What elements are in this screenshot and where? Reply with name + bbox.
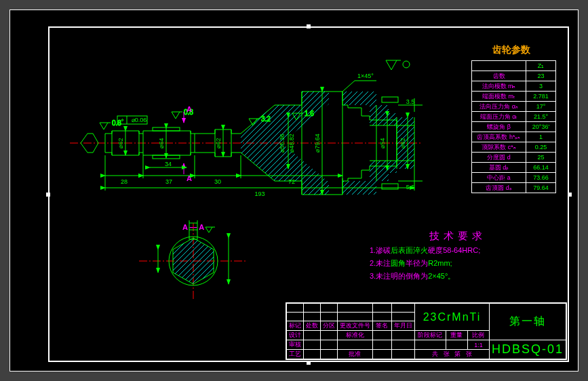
shaft-drawing: 0.8 0.8 3.2 1.6 A A 1×45° 193 <box>10 10 579 372</box>
svg-line-33 <box>342 81 355 92</box>
svg-text:⌀64: ⌀64 <box>158 138 165 148</box>
svg-text:37: 37 <box>165 178 172 185</box>
svg-text:⌀0.06: ⌀0.06 <box>132 117 147 123</box>
svg-marker-14 <box>342 143 414 195</box>
svg-text:⌀79.64: ⌀79.64 <box>314 134 321 153</box>
svg-rect-23 <box>382 184 398 189</box>
drawing-canvas: 齿轮参数 Z₁ 齿数23 法向模数 mₙ3 端面模数 mₜ2.781 法向压力角… <box>9 9 579 372</box>
svg-text:193: 193 <box>254 190 264 197</box>
svg-text:72: 72 <box>288 178 295 185</box>
svg-rect-22 <box>382 97 398 102</box>
gdt-frame: ⌖ ⌀0.06 <box>117 116 147 124</box>
svg-text:3.2: 3.2 <box>261 115 271 123</box>
svg-marker-83 <box>173 238 214 284</box>
svg-text:1.6: 1.6 <box>305 110 314 117</box>
svg-text:⌖: ⌖ <box>121 117 124 123</box>
svg-text:⌀55.36: ⌀55.36 <box>279 134 286 153</box>
svg-text:⌀62: ⌀62 <box>399 138 406 148</box>
svg-text:34: 34 <box>165 161 172 167</box>
svg-text:5.5: 5.5 <box>406 184 415 190</box>
svg-point-28 <box>403 61 410 68</box>
svg-text:A: A <box>187 105 192 113</box>
svg-text:⌀62: ⌀62 <box>215 138 222 148</box>
svg-text:⌀62: ⌀62 <box>117 138 124 148</box>
svg-text:⌀54: ⌀54 <box>379 138 386 148</box>
svg-text:3.5: 3.5 <box>406 98 415 105</box>
svg-text:⌀48.82: ⌀48.82 <box>288 134 295 153</box>
svg-text:28: 28 <box>121 178 128 185</box>
section-aa-view: A — A <box>139 220 248 299</box>
svg-text:1×45°: 1×45° <box>357 73 374 79</box>
svg-text:30: 30 <box>214 178 221 185</box>
chamfer-callout: 1×45° <box>342 73 376 92</box>
